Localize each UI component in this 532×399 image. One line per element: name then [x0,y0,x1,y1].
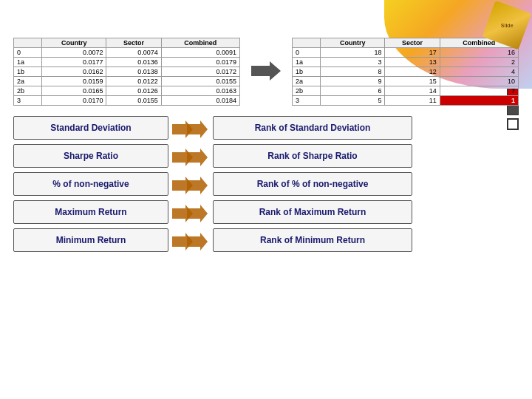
table-row: 2b0.01650.01260.0163 [14,86,240,96]
table-cell: 6 [321,86,385,96]
table-cell: 14 [385,86,440,96]
svg-marker-10 [187,233,208,250]
table-cell: 0.0165 [42,86,106,96]
comparison-section: Standard DeviationSharpe Ratio% of non-n… [13,116,519,253]
table-cell: 3 [293,96,321,106]
table-cell: 0 [14,48,42,58]
table-row: 1a3132 [293,58,519,67]
right-table-section: Country Sector Combined 01817161a31321b8… [292,36,519,106]
table-cell: 16 [440,48,518,58]
table-cell: 12 [385,67,440,77]
metric-box-left: Standard Deviation [13,116,168,140]
table-cell: 0.0179 [161,58,239,67]
table-cell: 0.0138 [106,67,161,77]
table-cell: 5 [321,96,385,106]
table-cell: 1b [293,67,321,77]
metric-box-left: Sharpe Ratio [13,144,168,168]
table-cell: 0.0126 [106,86,161,96]
table-row: 1b8124 [293,67,519,77]
double-arrow-icon [172,174,209,197]
badge-text: Slide [501,22,514,27]
table-cell: 0.0184 [161,96,239,106]
table-cell: 0.0163 [161,86,239,96]
table-cell: 0.0122 [106,77,161,86]
table-cell: 0.0155 [161,77,239,86]
table-cell: 1a [293,58,321,67]
table-cell: 2a [293,77,321,86]
table-row: 2a0.01590.01220.0155 [14,77,240,86]
left-table: Country Sector Combined 00.00720.00740.0… [13,38,240,106]
double-arrow-icon [172,146,209,169]
lt-col-header-combined: Combined [161,38,239,48]
metric-box-right: Rank of Maximum Return [213,200,412,224]
arrows-column [168,116,213,253]
table-row: 1b0.01620.01380.0172 [14,67,240,77]
table-cell: 0.0172 [161,67,239,77]
table-cell: 0.0074 [106,48,161,58]
svg-marker-4 [187,149,208,166]
table-cell: 0.0155 [106,96,161,106]
metric-box-left: Minimum Return [13,228,168,252]
table-cell: 15 [385,77,440,86]
double-arrow-icon [172,117,209,141]
table-cell: 3 [14,96,42,106]
table-row: 00.00720.00740.0091 [14,48,240,58]
table-row: 2b6147 [293,86,519,96]
svg-marker-6 [187,177,208,194]
table-cell: 0.0162 [42,67,106,77]
tables-section: Country Sector Combined 00.00720.00740.0… [13,36,519,106]
svg-marker-0 [251,61,281,81]
metric-box-left: Maximum Return [13,200,168,224]
table-cell: 2 [440,58,518,67]
table-cell: 17 [385,48,440,58]
metric-box-right: Rank of % of non-negative [213,172,412,196]
table-cell: 0.0159 [42,77,106,86]
table-row: 0181716 [293,48,519,58]
table-cell: 1 [440,96,518,106]
table-cell: 18 [321,48,385,58]
svg-marker-8 [187,205,208,222]
double-arrow-icon [172,230,209,253]
table-cell: 2b [14,86,42,96]
table-cell: 2a [14,77,42,86]
table-cell: 0.0136 [106,58,161,67]
lt-col-header-sector: Sector [106,38,161,48]
double-arrow-icon [172,202,209,225]
table-cell: 0.0170 [42,96,106,106]
table-cell: 0 [293,48,321,58]
metric-box-right: Rank of Sharpe Ratio [213,144,412,168]
rt-col-header-0 [293,38,321,48]
lt-col-header-0 [14,38,42,48]
lt-col-header-country: Country [42,38,106,48]
left-metric-boxes: Standard DeviationSharpe Ratio% of non-n… [13,116,168,252]
left-table-section: Country Sector Combined 00.00720.00740.0… [13,36,240,106]
rt-col-header-country: Country [321,38,385,48]
table-row: 1a0.01770.01360.0179 [14,58,240,67]
table-cell: 3 [321,58,385,67]
table-row: 30.01700.01550.0184 [14,96,240,106]
table-cell: 0.0072 [42,48,106,58]
main-arrow [248,36,284,106]
table-cell: 10 [440,77,518,86]
rt-col-header-sector: Sector [385,38,440,48]
table-cell: 2b [293,86,321,96]
table-cell: 1a [14,58,42,67]
table-cell: 4 [440,67,518,77]
table-cell: 0.0091 [161,48,239,58]
table-cell: 1b [14,67,42,77]
right-metric-boxes: Rank of Standard DeviationRank of Sharpe… [213,116,412,252]
svg-marker-2 [187,120,208,138]
table-cell: 0.0177 [42,58,106,67]
table-cell: 9 [321,77,385,86]
metric-box-right: Rank of Standard Deviation [213,116,412,140]
page-title [13,10,519,27]
table-row: 2a91510 [293,77,519,86]
right-table: Country Sector Combined 01817161a31321b8… [292,38,519,106]
table-row: 35111 [293,96,519,106]
metric-box-left: % of non-negative [13,172,168,196]
arrow-svg [251,60,281,82]
metric-box-right: Rank of Minimum Return [213,228,412,252]
table-cell: 8 [321,67,385,77]
table-cell: 13 [385,58,440,67]
table-cell: 11 [385,96,440,106]
